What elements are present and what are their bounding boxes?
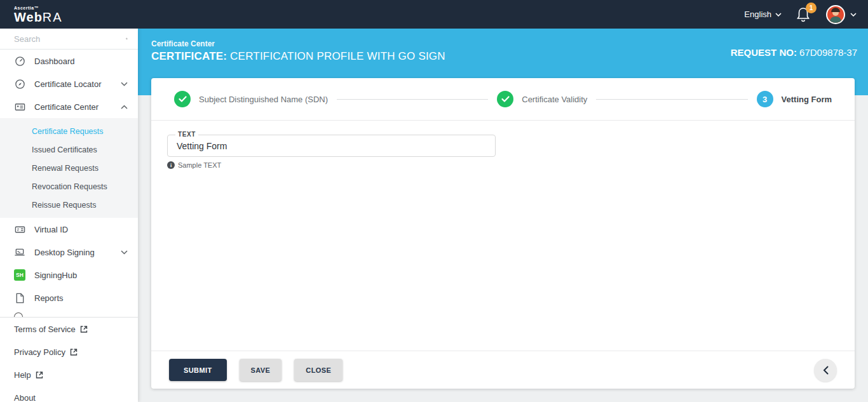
close-button[interactable]: CLOSE bbox=[294, 359, 342, 381]
signinghub-icon: SH bbox=[14, 269, 25, 281]
sidebar-item-desktop-signing[interactable]: Desktop Signing bbox=[0, 241, 138, 264]
language-selector[interactable]: English bbox=[744, 10, 782, 19]
step-label: Subject Distinguished Name (SDN) bbox=[199, 95, 328, 104]
sidebar-item-label: Dashboard bbox=[34, 57, 128, 66]
sidebar-item-label: SigningHub bbox=[34, 271, 128, 280]
submenu-item-revocation-requests[interactable]: Revocation Requests bbox=[0, 177, 138, 196]
text-input[interactable] bbox=[167, 135, 496, 157]
step-vetting-form[interactable]: 3 Vetting Form bbox=[757, 91, 832, 107]
link-about[interactable]: About bbox=[0, 386, 138, 402]
request-number: REQUEST NO: 67D09878-37 bbox=[731, 47, 857, 58]
footer-link-label: Terms of Service bbox=[14, 325, 76, 334]
form-content: TEXT i Sample TEXT bbox=[151, 121, 855, 351]
step-certificate-validity[interactable]: Certificate Validity bbox=[497, 91, 587, 107]
sidebar-item-truncated[interactable] bbox=[0, 309, 138, 317]
sidebar-item-reports[interactable]: Reports bbox=[0, 286, 138, 309]
user-menu[interactable] bbox=[826, 5, 857, 24]
chevron-left-icon bbox=[823, 366, 829, 375]
external-link-icon bbox=[80, 325, 88, 333]
laptop-signing-icon bbox=[14, 246, 25, 258]
avatar bbox=[826, 5, 845, 24]
submenu-item-renewal-requests[interactable]: Renewal Requests bbox=[0, 159, 138, 177]
wizard-card: Subject Distinguished Name (SDN) Certifi… bbox=[151, 78, 855, 389]
save-button[interactable]: SAVE bbox=[240, 359, 282, 381]
field-hint: i Sample TEXT bbox=[167, 161, 839, 169]
link-privacy-policy[interactable]: Privacy Policy bbox=[0, 340, 138, 363]
chevron-down-icon bbox=[121, 250, 128, 255]
sidebar-item-certificate-locator[interactable]: Certificate Locator bbox=[0, 72, 138, 95]
check-circle-icon bbox=[497, 91, 513, 107]
submenu-item-certificate-requests[interactable]: Certificate Requests bbox=[0, 122, 138, 140]
app-name: WebRA bbox=[14, 10, 63, 24]
notification-badge: 1 bbox=[806, 3, 817, 13]
dashboard-icon bbox=[14, 55, 25, 67]
wizard-stepper: Subject Distinguished Name (SDN) Certifi… bbox=[151, 78, 855, 121]
search-icon[interactable] bbox=[126, 34, 128, 44]
sidebar-item-label: Virtual ID bbox=[34, 225, 128, 234]
step-sdn[interactable]: Subject Distinguished Name (SDN) bbox=[174, 91, 328, 107]
sidebar-item-label: Certificate Locator bbox=[34, 79, 112, 89]
hint-text: Sample TEXT bbox=[178, 161, 221, 169]
footer-link-label: About bbox=[14, 393, 36, 402]
external-link-icon bbox=[70, 348, 78, 356]
sidebar: Dashboard Certificate Locator Certificat… bbox=[0, 29, 138, 402]
previous-step-button[interactable] bbox=[814, 359, 837, 382]
badge-icon bbox=[14, 224, 25, 235]
link-terms-of-service[interactable]: Terms of Service bbox=[0, 318, 138, 340]
info-icon: i bbox=[167, 161, 175, 169]
text-field-label: TEXT bbox=[175, 131, 198, 138]
submenu-item-issued-certificates[interactable]: Issued Certificates bbox=[0, 140, 138, 159]
search-input[interactable] bbox=[14, 34, 126, 44]
stepper-connector bbox=[596, 99, 747, 100]
company-name: Ascertia™ bbox=[14, 6, 63, 10]
card-footer: SUBMIT SAVE CLOSE bbox=[151, 351, 855, 389]
clipped-circle-icon bbox=[14, 312, 23, 317]
sidebar-item-dashboard[interactable]: Dashboard bbox=[0, 50, 138, 72]
notifications-button[interactable]: 1 bbox=[796, 6, 812, 23]
submit-button[interactable]: SUBMIT bbox=[169, 359, 227, 381]
sidebar-item-signinghub[interactable]: SH SigningHub bbox=[0, 264, 138, 286]
link-help[interactable]: Help bbox=[0, 363, 138, 386]
compass-icon bbox=[14, 78, 25, 90]
sidebar-item-virtual-id[interactable]: Virtual ID bbox=[0, 218, 138, 241]
footer-link-label: Help bbox=[14, 370, 31, 380]
chevron-down-icon bbox=[121, 82, 128, 86]
step-label: Vetting Form bbox=[782, 95, 832, 104]
chevron-down-icon bbox=[775, 13, 782, 17]
step-number-badge: 3 bbox=[757, 91, 773, 107]
id-card-icon bbox=[14, 101, 25, 112]
sidebar-item-label: Reports bbox=[34, 293, 128, 303]
document-icon bbox=[14, 292, 25, 304]
chevron-up-icon bbox=[121, 105, 128, 109]
check-circle-icon bbox=[174, 91, 191, 107]
sidebar-item-certificate-center[interactable]: Certificate Center bbox=[0, 95, 138, 118]
language-label: English bbox=[744, 10, 771, 19]
external-link-icon bbox=[36, 371, 43, 379]
topbar-right: English 1 bbox=[744, 5, 857, 24]
text-field-wrapper: TEXT bbox=[167, 135, 496, 157]
topbar: Ascertia™ WebRA English 1 bbox=[0, 0, 868, 29]
sidebar-item-label: Certificate Center bbox=[34, 102, 112, 112]
chevron-down-icon bbox=[850, 13, 857, 17]
app-logo[interactable]: Ascertia™ WebRA bbox=[14, 6, 63, 23]
submenu-item-reissue-requests[interactable]: Reissue Requests bbox=[0, 196, 138, 214]
sidebar-item-label: Desktop Signing bbox=[34, 248, 112, 257]
certificate-center-submenu: Certificate Requests Issued Certificates… bbox=[0, 118, 138, 218]
step-label: Certificate Validity bbox=[522, 95, 587, 104]
sidebar-search bbox=[0, 29, 138, 50]
footer-link-label: Privacy Policy bbox=[14, 347, 65, 357]
stepper-connector bbox=[337, 99, 488, 100]
